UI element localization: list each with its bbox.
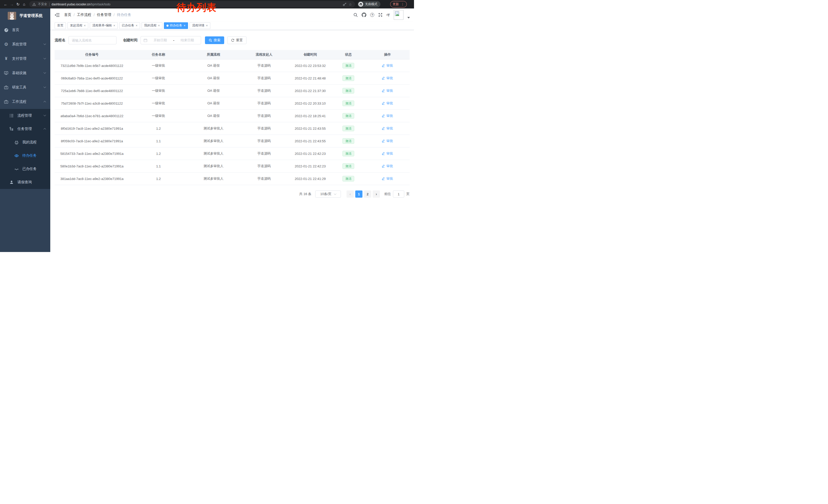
sidebar-item-system-management[interactable]: ⚙系统管理: [0, 37, 50, 51]
table-row: 725a1eb6-7b88-11ec-8ef0-acde48001122一级审批…: [55, 85, 410, 97]
approve-link[interactable]: 审批: [382, 88, 393, 93]
approve-link[interactable]: 审批: [382, 139, 393, 143]
create-time-range-picker[interactable]: 开始日期 - 结束日期: [140, 36, 201, 44]
close-icon[interactable]: ×: [183, 24, 185, 28]
status-badge: 激活: [342, 113, 354, 119]
cell-action: 审批: [365, 88, 410, 93]
close-icon[interactable]: ×: [206, 24, 208, 28]
monitor-icon: [4, 71, 8, 75]
close-icon[interactable]: ×: [113, 24, 115, 28]
sidebar-item-done-task[interactable]: 已办任务: [0, 162, 50, 176]
page-button-2[interactable]: 2: [364, 190, 371, 198]
sidebar-item-task-management[interactable]: 任务管理: [0, 122, 50, 136]
page-size-select[interactable]: 10条/页: [315, 190, 341, 198]
cell-time: 2022-01-21 22:43:55: [289, 127, 331, 131]
cell-process: OA 请假: [188, 63, 239, 68]
cell-status: 激活: [331, 176, 365, 182]
approve-link[interactable]: 审批: [382, 76, 393, 81]
tab-label: 待办任务: [170, 23, 182, 28]
sidebar-item-my-process[interactable]: 我的流程: [0, 136, 50, 149]
approve-link[interactable]: 审批: [382, 164, 393, 169]
cell-time: 2022-01-21 22:43:55: [289, 139, 331, 143]
approve-link[interactable]: 审批: [382, 176, 393, 181]
cell-id: 381aa1dd-7ac8-11ec-a9e2-a2380e71991a: [55, 177, 129, 181]
table-row: 8f059c03-7ac8-11ec-a9e2-a2380e71991a1.1测…: [55, 135, 410, 147]
process-name-input[interactable]: [69, 36, 117, 44]
cell-action: 审批: [365, 101, 410, 106]
breadcrumb-item[interactable]: 首页: [64, 12, 71, 17]
sidebar-item-process-management[interactable]: 流程管理: [0, 109, 50, 122]
sidebar-item-payment-management[interactable]: ¥支付管理: [0, 51, 50, 66]
tab-todo-task[interactable]: 待办任务×: [164, 22, 188, 29]
next-page-button[interactable]: ›: [373, 190, 380, 198]
search-button[interactable]: 搜索: [205, 36, 224, 44]
sidebar-item-label: 研发工具: [12, 85, 27, 90]
browser-back-button[interactable]: ←: [3, 2, 9, 6]
cell-name: 一级审批: [129, 88, 188, 93]
cell-starter: 芋道源码: [239, 126, 289, 131]
sidebar-item-label: 待办任务: [22, 153, 37, 158]
close-icon[interactable]: ×: [84, 24, 86, 28]
cell-id: 069c6a63-7b8a-11ec-8ef0-acde48001122: [55, 77, 129, 80]
github-icon[interactable]: [362, 12, 366, 17]
filter-form: 流程名 创建时间 开始日期 - 结束日期 搜索: [55, 36, 410, 44]
close-icon[interactable]: ×: [135, 24, 137, 28]
approve-link[interactable]: 审批: [382, 63, 393, 68]
tab-process-detail[interactable]: 流程详情×: [190, 22, 210, 29]
font-size-icon[interactable]: tT: [386, 13, 390, 17]
key-icon[interactable]: [343, 2, 346, 6]
page-button-1[interactable]: 1: [355, 190, 363, 198]
sidebar-item-dev-tools[interactable]: 研发工具: [0, 80, 50, 95]
breadcrumb-item[interactable]: 工作流程: [77, 12, 91, 17]
browser-update-button[interactable]: 更新 ⋮: [390, 1, 407, 7]
sidebar-item-infrastructure[interactable]: 基础设施: [0, 66, 50, 80]
sidebar-item-home[interactable]: 首页: [0, 23, 50, 37]
tab-done-task[interactable]: 已办任务×: [119, 22, 140, 29]
approve-link[interactable]: 审批: [382, 113, 393, 118]
cell-name: 一级审批: [129, 76, 188, 81]
browser-menu-icon[interactable]: ⋮: [401, 2, 404, 6]
sidebar-collapse-button[interactable]: [55, 13, 59, 17]
chevron-down-icon: [334, 192, 336, 195]
approve-link[interactable]: 审批: [382, 126, 393, 131]
chevron-up-icon: [44, 101, 46, 103]
close-icon[interactable]: ×: [158, 24, 160, 28]
approve-label: 审批: [386, 139, 393, 143]
breadcrumb-separator: /: [94, 13, 95, 17]
sidebar-item-todo-task[interactable]: 待办任务: [0, 149, 50, 162]
tab-process-form-edit[interactable]: 流程表单-编辑×: [90, 22, 118, 29]
incognito-label: 无痕模式: [365, 2, 377, 6]
fullscreen-icon[interactable]: [378, 12, 383, 17]
cell-starter: 芋道源码: [239, 101, 289, 106]
browser-home-button[interactable]: ⌂: [21, 2, 27, 6]
search-icon[interactable]: [354, 13, 358, 17]
help-icon[interactable]: ?: [370, 13, 374, 17]
goto-page-input[interactable]: [393, 190, 404, 198]
status-badge: 激活: [342, 63, 354, 68]
tab-my-process[interactable]: 我的流程×: [141, 22, 162, 29]
cell-action: 审批: [365, 63, 410, 68]
approve-label: 审批: [386, 151, 393, 156]
sidebar-item-workflow[interactable]: 工作流程: [0, 95, 50, 109]
avatar[interactable]: [394, 10, 404, 20]
approve-link[interactable]: 审批: [382, 151, 393, 156]
status-badge: 激活: [342, 88, 354, 94]
tab-start-process[interactable]: 发起流程×: [68, 22, 88, 29]
approve-link[interactable]: 审批: [382, 101, 393, 106]
browser-reload-button[interactable]: ↻: [15, 2, 21, 7]
approve-label: 审批: [386, 113, 393, 118]
bookmark-star-icon[interactable]: ☆: [348, 2, 352, 6]
header-actions: ? tT: [354, 10, 410, 20]
prev-page-button[interactable]: ‹: [346, 190, 354, 198]
browser-forward-button[interactable]: →: [9, 2, 15, 6]
sidebar-item-leave-query[interactable]: 请假查询: [0, 176, 50, 189]
tab-label: 发起流程: [70, 23, 82, 28]
reset-button[interactable]: 重置: [227, 36, 247, 44]
breadcrumb-item[interactable]: 任务管理: [97, 12, 111, 17]
status-badge: 激活: [342, 151, 354, 156]
approve-label: 审批: [386, 88, 393, 93]
tab-home[interactable]: 首页: [55, 22, 66, 29]
sidebar-item-label: 请假查询: [17, 180, 32, 185]
avatar-caret-icon[interactable]: [407, 17, 410, 18]
cell-starter: 芋道源码: [239, 151, 289, 156]
